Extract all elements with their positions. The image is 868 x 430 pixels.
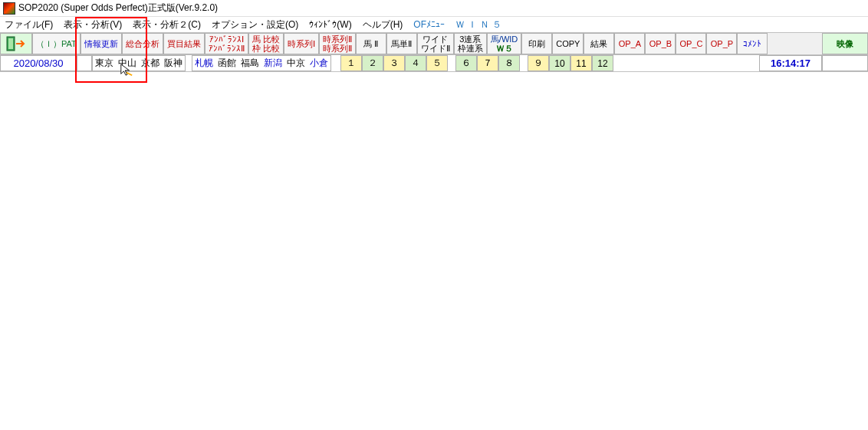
unbalance-button[interactable]: ｱﾝﾊﾞﾗﾝｽⅠ ｱﾝﾊﾞﾗﾝｽⅡ <box>205 33 248 54</box>
race-group: １ ２ ３ ４ ５ ６ ７ ８ ９ 10 11 12 <box>340 55 613 71</box>
track-group-2: 札幌 函館 福島 新潟 中京 小倉 <box>192 55 331 71</box>
opc-button[interactable]: OP_C <box>676 33 706 54</box>
track-nakayama[interactable]: 中山 <box>116 56 139 71</box>
race-4[interactable]: ４ <box>405 55 426 71</box>
race-2[interactable]: ２ <box>362 55 383 71</box>
buy-result-button[interactable]: 買目結果 <box>163 33 205 54</box>
exit-door-icon <box>5 35 27 52</box>
sanren-button[interactable]: 3連系 枠連系 <box>454 33 487 54</box>
race-10[interactable]: 10 <box>549 55 570 71</box>
race-12[interactable]: 12 <box>592 55 613 71</box>
race-1[interactable]: １ <box>340 55 362 71</box>
wide-button[interactable]: ワイド ワイドⅡ <box>417 33 454 54</box>
title-bar: SOP2020 (Super Odds Perfect)正式版(Ver.9.2.… <box>0 0 868 17</box>
race-11[interactable]: 11 <box>570 55 592 71</box>
opa-button[interactable]: OP_A <box>614 33 645 54</box>
video-button[interactable]: 映像 <box>822 33 868 54</box>
race-6[interactable]: ６ <box>455 55 477 71</box>
svg-rect-1 <box>8 38 13 49</box>
timeseries2b-label: 時系列Ⅱ <box>323 44 352 53</box>
opb-button[interactable]: OP_B <box>645 33 676 54</box>
race-8[interactable]: ８ <box>498 55 520 71</box>
race-5[interactable]: ５ <box>426 55 448 71</box>
update-button[interactable]: 情報更新 <box>81 33 122 54</box>
compare-button[interactable]: 馬 比較 枠 比較 <box>248 33 284 54</box>
window-title: SOP2020 (Super Odds Perfect)正式版(Ver.9.2.… <box>18 2 218 15</box>
copy-button[interactable]: COPY <box>552 33 584 54</box>
timeseries2a-label: 時系列Ⅱ <box>323 34 352 44</box>
unbalance1-label: ｱﾝﾊﾞﾗﾝｽⅠ <box>209 34 244 44</box>
menu-win5[interactable]: ＷＩＮ５ <box>455 18 505 31</box>
race-9[interactable]: ９ <box>528 55 549 71</box>
result-button[interactable]: 結果 <box>584 33 614 54</box>
menu-bar: ファイル(F) 表示・分析(V) 表示・分析２(C) オプション・設定(O) ｳ… <box>0 17 868 32</box>
menu-window[interactable]: ｳｨﾝﾄﾞｳ(W) <box>309 19 351 30</box>
clock-cell: 16:14:17 <box>759 55 822 71</box>
race-7[interactable]: ７ <box>477 55 498 71</box>
analysis-button[interactable]: 総合分析 <box>122 33 163 54</box>
toolbar: （Ｉ）PAT 情報更新 総合分析 買目結果 ｱﾝﾊﾞﾗﾝｽⅠ ｱﾝﾊﾞﾗﾝｽⅡ … <box>0 32 868 55</box>
track-sapporo[interactable]: 札幌 <box>192 56 215 71</box>
track-kyoto[interactable]: 京都 <box>139 56 162 71</box>
selection-bar: 2020/08/30 東京 中山 京都 阪神 札幌 函館 福島 新潟 中京 小倉… <box>0 55 868 72</box>
wide-label: ワイド <box>422 34 448 44</box>
opp-button[interactable]: OP_P <box>706 33 737 54</box>
track-group-1: 東京 中山 京都 阪神 <box>92 55 186 71</box>
timeseries2-button[interactable]: 時系列Ⅱ 時系列Ⅱ <box>319 33 356 54</box>
exit-button[interactable] <box>0 33 32 54</box>
menu-option[interactable]: オプション・設定(O) <box>212 18 298 31</box>
umawid-label: 馬/WID <box>491 34 518 44</box>
menu-help[interactable]: ヘルプ(H) <box>363 18 403 31</box>
wakuren-label: 枠連系 <box>458 44 483 53</box>
track-hakodate[interactable]: 函館 <box>215 56 238 71</box>
track-tokyo[interactable]: 東京 <box>93 56 116 71</box>
uma-compare-label: 馬 比較 <box>252 34 280 44</box>
ipat-button[interactable]: （Ｉ）PAT <box>32 33 81 54</box>
track-kokura[interactable]: 小倉 <box>307 56 330 71</box>
waku-compare-label: 枠 比較 <box>252 44 280 53</box>
menu-view2[interactable]: 表示・分析２(C) <box>133 18 201 31</box>
wide2-label: ワイドⅡ <box>421 44 450 53</box>
sanren-label: 3連系 <box>459 34 481 44</box>
comment-button[interactable]: ｺﾒﾝﾄ <box>737 33 768 54</box>
w5-label: Ｗ５ <box>496 44 513 53</box>
right-spacer <box>822 55 868 71</box>
app-icon <box>3 2 15 15</box>
spacer-cell <box>77 55 92 71</box>
timeseries1-button[interactable]: 時系列Ⅰ <box>284 33 319 54</box>
unbalance2-label: ｱﾝﾊﾞﾗﾝｽⅡ <box>209 44 245 53</box>
track-fukushima[interactable]: 福島 <box>238 56 261 71</box>
track-chukyo[interactable]: 中京 <box>284 56 307 71</box>
umatan2-button[interactable]: 馬単Ⅱ <box>386 33 417 54</box>
track-hanshin[interactable]: 阪神 <box>162 56 185 71</box>
menu-view1[interactable]: 表示・分析(V) <box>64 18 122 31</box>
date-cell[interactable]: 2020/08/30 <box>0 55 77 71</box>
menu-ofmenu[interactable]: OFﾒﾆｭｰ <box>413 19 445 30</box>
menu-file[interactable]: ファイル(F) <box>5 18 53 31</box>
race-3[interactable]: ３ <box>383 55 405 71</box>
print-button[interactable]: 印刷 <box>521 33 552 54</box>
umawid-button[interactable]: 馬/WID Ｗ５ <box>487 33 521 54</box>
uma2-button[interactable]: 馬 Ⅱ <box>356 33 386 54</box>
track-niigata[interactable]: 新潟 <box>261 56 284 71</box>
